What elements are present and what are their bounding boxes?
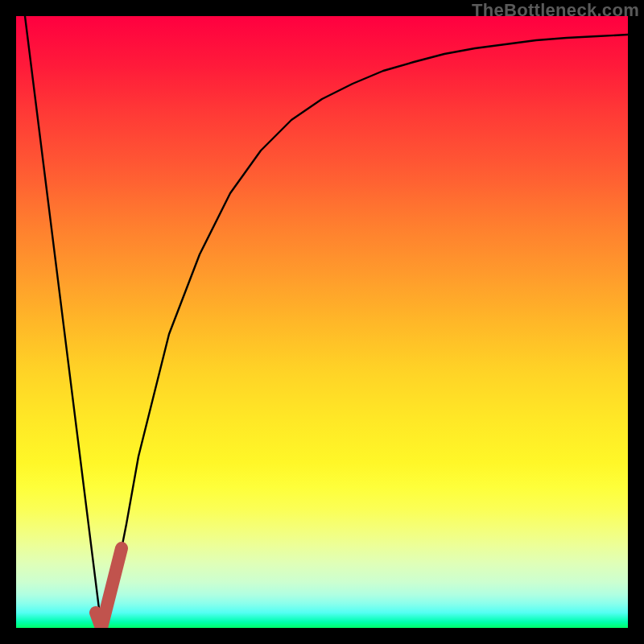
plot-area bbox=[16, 16, 628, 628]
chart-frame: TheBottleneck.com bbox=[0, 0, 644, 644]
bottleneck-curve bbox=[25, 16, 628, 628]
chart-svg bbox=[16, 16, 628, 628]
highlight-segment bbox=[96, 548, 122, 628]
